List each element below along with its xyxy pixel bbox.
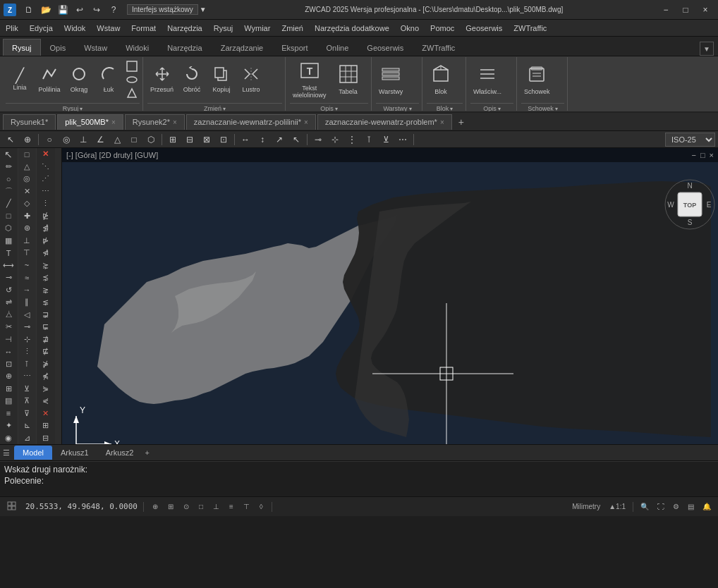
lustro-btn[interactable]: Lustro bbox=[237, 59, 265, 101]
sb-extra-close[interactable]: ✕ bbox=[37, 408, 54, 420]
luk-btn[interactable]: Łuk bbox=[95, 59, 123, 101]
zmien-group-label[interactable]: Zmień▾ bbox=[147, 103, 282, 113]
menu-wymiar[interactable]: Wymiar bbox=[238, 20, 276, 36]
schowek-group-label[interactable]: Schowek▾ bbox=[521, 103, 564, 113]
notify-btn[interactable]: 🔔 bbox=[700, 499, 714, 515]
sb-tool-move[interactable]: ⊕ bbox=[0, 370, 17, 383]
workspace-btn[interactable]: ▤ bbox=[685, 499, 697, 515]
redo-btn[interactable]: ↪ bbox=[89, 2, 104, 18]
snap-toggle[interactable]: ⊕ bbox=[150, 499, 161, 515]
sb-tool-star[interactable]: ✦ bbox=[0, 419, 17, 432]
tool3-btn[interactable]: ⊥ bbox=[75, 132, 91, 147]
units-btn[interactable]: Milimetry bbox=[569, 499, 603, 515]
tab-eksport[interactable]: Eksport bbox=[272, 39, 317, 56]
menu-narzedzia-dodatkowe[interactable]: Narzędzia dodatkowe bbox=[309, 20, 395, 36]
add-layout-btn[interactable]: + bbox=[145, 448, 149, 457]
doc-tab-zaznaczanie-problem-close[interactable]: × bbox=[440, 118, 444, 126]
sb-snap-tan[interactable]: ⊤ bbox=[18, 247, 35, 259]
sb-tool-poly[interactable]: ⬡ bbox=[0, 222, 17, 235]
fullscreen-btn[interactable]: ⛶ bbox=[655, 499, 667, 515]
menu-wstaw[interactable]: Wstaw bbox=[91, 20, 126, 36]
sb-extra-7[interactable]: ⋫ bbox=[37, 235, 54, 247]
zoom-btn[interactable]: 🔍 bbox=[638, 499, 652, 515]
menu-widok[interactable]: Widok bbox=[59, 20, 92, 36]
sb-extra-18[interactable]: ⋠ bbox=[37, 370, 54, 383]
tool7-btn[interactable]: ⬡ bbox=[143, 132, 159, 147]
interface-arrow[interactable]: ▼ bbox=[200, 6, 207, 13]
sb-extra-6[interactable]: ⋬ bbox=[37, 222, 54, 235]
sb-snap-extra6[interactable]: ⊽ bbox=[18, 408, 35, 420]
tab-wstaw[interactable]: Wstaw bbox=[75, 39, 116, 56]
tool9-btn[interactable]: ⊟ bbox=[182, 132, 197, 147]
sb-snap-ext[interactable]: → bbox=[18, 284, 35, 297]
sb-tool-sound[interactable]: ◉ bbox=[0, 432, 17, 445]
menu-rysuj[interactable]: Rysuj bbox=[208, 20, 239, 36]
sb-extra-20[interactable]: ⋞ bbox=[37, 395, 54, 408]
sb-extra-1[interactable]: ⋱ bbox=[37, 161, 54, 173]
tab-geoserwis[interactable]: Geoserwis bbox=[358, 39, 413, 56]
tab-zwtraffic[interactable]: ZWTraffic bbox=[413, 39, 464, 56]
pointer-btn[interactable]: ↖ bbox=[3, 132, 18, 147]
sb-snap-mid[interactable]: ⊸ bbox=[18, 321, 35, 333]
tool8-btn[interactable]: ⊞ bbox=[165, 132, 181, 147]
sb-tool-arc[interactable]: ⌒ bbox=[0, 185, 17, 198]
open-file-btn[interactable]: 📂 bbox=[38, 2, 54, 18]
tspace-toggle[interactable]: ⊤ bbox=[241, 499, 252, 515]
menu-okno[interactable]: Okno bbox=[395, 20, 425, 36]
iso-select[interactable]: ISO-25 ISO-50 ISO-75 ISO-100 bbox=[665, 133, 715, 147]
command-input[interactable] bbox=[47, 476, 188, 486]
tool20-btn[interactable]: ⊻ bbox=[378, 132, 394, 147]
sb-extra-19[interactable]: ⋟ bbox=[37, 383, 54, 396]
sb-extra-10[interactable]: ⋨ bbox=[37, 271, 54, 284]
przesun-btn[interactable]: Przesuń bbox=[147, 59, 176, 101]
tab-opis[interactable]: Opis bbox=[41, 39, 75, 56]
viewport-minimize[interactable]: − bbox=[691, 151, 695, 159]
wlasciw-group-label[interactable]: Opis▾ bbox=[470, 103, 513, 113]
sb-tool-trim[interactable]: ✂ bbox=[0, 321, 17, 333]
sb-tool-line[interactable]: ╱ bbox=[0, 197, 17, 210]
menu-narzedzia[interactable]: Narzędzia bbox=[162, 20, 208, 36]
sb-tool-text[interactable]: T bbox=[0, 247, 17, 259]
doc-tab-rysunek2-close[interactable]: × bbox=[173, 118, 177, 126]
tab-zarzadzanie[interactable]: Zarządzanie bbox=[212, 39, 273, 56]
save-btn[interactable]: 💾 bbox=[55, 2, 71, 18]
sb-tool-pointer[interactable]: ↖ bbox=[0, 148, 17, 161]
warstwy-group-label[interactable]: Warstwy▾ bbox=[376, 103, 419, 113]
sb-extra-4[interactable]: ⋮ bbox=[37, 197, 54, 210]
undo-btn[interactable]: ↩ bbox=[72, 2, 87, 18]
grid-toggle[interactable] bbox=[4, 499, 21, 515]
sb-extra-9[interactable]: ⋩ bbox=[37, 259, 54, 272]
settings-small-btn[interactable]: ⚙ bbox=[670, 499, 682, 515]
sb-snap-pt[interactable]: ⊹ bbox=[18, 333, 35, 346]
new-doc-tab-btn[interactable]: + bbox=[454, 114, 469, 130]
sb-snap-quad[interactable]: ◇ bbox=[18, 197, 35, 210]
sb-snap-ins[interactable]: ⊛ bbox=[18, 222, 35, 235]
tool21-btn[interactable]: ⋯ bbox=[395, 132, 410, 147]
sb-extra-14[interactable]: ⋤ bbox=[37, 321, 54, 333]
sb-extra-17[interactable]: ⋡ bbox=[37, 358, 54, 371]
menu-plik[interactable]: Plik bbox=[0, 20, 24, 36]
menu-pomoc[interactable]: Pomoc bbox=[425, 20, 460, 36]
menu-edycja[interactable]: Edycja bbox=[24, 20, 59, 36]
viewport-close[interactable]: × bbox=[710, 151, 714, 159]
sb-snap-extra5[interactable]: ⊼ bbox=[18, 395, 35, 408]
tool17-btn[interactable]: ⊹ bbox=[327, 132, 343, 147]
ribbon-settings-btn[interactable]: ▼ bbox=[700, 42, 714, 56]
interface-dropdown[interactable]: Interfejs wstążkowy bbox=[127, 4, 198, 15]
tool5-btn[interactable]: △ bbox=[109, 132, 125, 147]
viewport-maximize[interactable]: □ bbox=[700, 151, 705, 159]
linia-btn[interactable]: ╱ Linia bbox=[6, 59, 34, 101]
sb-snap-app[interactable]: ≈ bbox=[18, 271, 35, 284]
tool16-btn[interactable]: ⊸ bbox=[310, 132, 326, 147]
sb-snap-extra3[interactable]: ⋯ bbox=[18, 370, 35, 383]
sb-extra-grid[interactable]: ⊞ bbox=[37, 419, 54, 432]
sb-tool-rect[interactable]: □ bbox=[0, 210, 17, 223]
tool2-btn[interactable]: ◎ bbox=[59, 132, 74, 147]
tool11-btn[interactable]: ⊡ bbox=[216, 132, 231, 147]
warstwy-btn[interactable]: Warstwy bbox=[376, 59, 406, 101]
wlasciw-btn[interactable]: Właściw... bbox=[470, 59, 504, 101]
tool12-btn[interactable]: ↔ bbox=[238, 132, 253, 147]
minimize-btn[interactable]: − bbox=[656, 0, 676, 20]
tool13-btn[interactable]: ↕ bbox=[255, 132, 270, 147]
osnap-toggle[interactable]: □ bbox=[196, 499, 206, 515]
